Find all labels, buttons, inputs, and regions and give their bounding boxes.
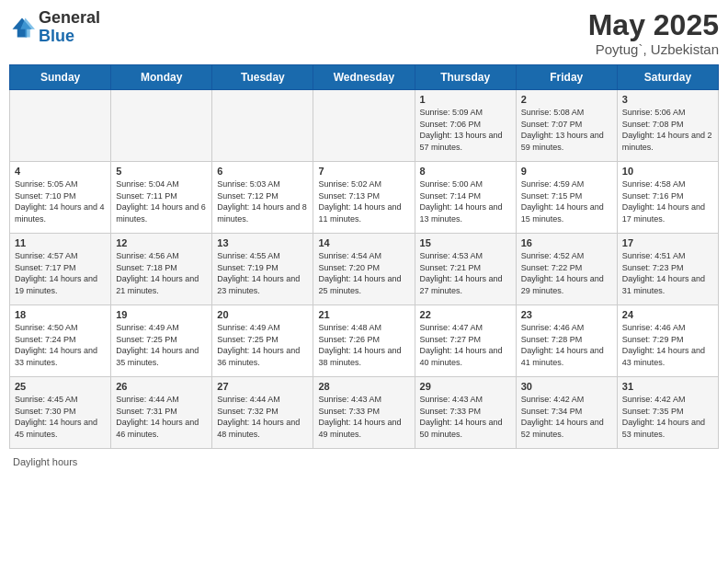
day-cell: 30Sunrise: 4:42 AMSunset: 7:34 PMDayligh… (516, 377, 617, 449)
day-cell: 8Sunrise: 5:00 AMSunset: 7:14 PMDaylight… (415, 162, 516, 234)
day-info: Sunrise: 4:46 AMSunset: 7:29 PMDaylight:… (622, 322, 713, 368)
week-row-3: 11Sunrise: 4:57 AMSunset: 7:17 PMDayligh… (10, 234, 719, 305)
day-number: 7 (318, 166, 409, 177)
day-number: 26 (116, 381, 207, 392)
day-cell: 5Sunrise: 5:04 AMSunset: 7:11 PMDaylight… (111, 162, 212, 234)
day-number: 25 (15, 381, 106, 392)
day-cell: 14Sunrise: 4:54 AMSunset: 7:20 PMDayligh… (313, 234, 415, 305)
day-info: Sunrise: 4:44 AMSunset: 7:31 PMDaylight:… (116, 394, 207, 440)
day-cell: 16Sunrise: 4:52 AMSunset: 7:22 PMDayligh… (516, 234, 617, 305)
page-header: General Blue May 2025 Poytug`, Uzbekista… (9, 9, 719, 57)
col-header-tuesday: Tuesday (212, 65, 313, 90)
day-number: 18 (15, 309, 106, 320)
day-number: 24 (622, 309, 713, 320)
day-info: Sunrise: 4:42 AMSunset: 7:35 PMDaylight:… (622, 394, 713, 440)
day-cell: 21Sunrise: 4:48 AMSunset: 7:26 PMDayligh… (313, 305, 415, 377)
col-header-friday: Friday (516, 65, 617, 90)
day-number: 21 (318, 309, 409, 320)
col-header-wednesday: Wednesday (313, 65, 415, 90)
week-row-2: 4Sunrise: 5:05 AMSunset: 7:10 PMDaylight… (10, 162, 719, 234)
day-cell: 12Sunrise: 4:56 AMSunset: 7:18 PMDayligh… (111, 234, 212, 305)
day-info: Sunrise: 4:43 AMSunset: 7:33 PMDaylight:… (420, 394, 511, 440)
day-info: Sunrise: 4:43 AMSunset: 7:33 PMDaylight:… (318, 394, 409, 440)
day-cell: 3Sunrise: 5:06 AMSunset: 7:08 PMDaylight… (617, 90, 718, 162)
logo-icon (9, 15, 35, 40)
day-cell: 9Sunrise: 4:59 AMSunset: 7:15 PMDaylight… (516, 162, 617, 234)
logo-blue-text: Blue (39, 28, 100, 46)
day-info: Sunrise: 4:45 AMSunset: 7:30 PMDaylight:… (15, 394, 106, 440)
day-info: Sunrise: 4:54 AMSunset: 7:20 PMDaylight:… (318, 250, 409, 296)
day-cell: 27Sunrise: 4:44 AMSunset: 7:32 PMDayligh… (212, 377, 313, 449)
day-info: Sunrise: 4:46 AMSunset: 7:28 PMDaylight:… (521, 322, 612, 368)
day-info: Sunrise: 4:49 AMSunset: 7:25 PMDaylight:… (217, 322, 308, 368)
col-header-thursday: Thursday (415, 65, 516, 90)
day-info: Sunrise: 4:53 AMSunset: 7:21 PMDaylight:… (420, 250, 511, 296)
day-number: 28 (318, 381, 409, 392)
day-number: 19 (116, 309, 207, 320)
day-cell: 1Sunrise: 5:09 AMSunset: 7:06 PMDaylight… (415, 90, 516, 162)
day-info: Sunrise: 4:59 AMSunset: 7:15 PMDaylight:… (521, 178, 612, 224)
day-cell: 15Sunrise: 4:53 AMSunset: 7:21 PMDayligh… (415, 234, 516, 305)
location-title: Poytug`, Uzbekistan (588, 41, 719, 57)
day-number: 1 (420, 94, 511, 105)
day-number: 12 (116, 237, 207, 248)
day-number: 14 (318, 237, 409, 248)
week-row-5: 25Sunrise: 4:45 AMSunset: 7:30 PMDayligh… (10, 377, 719, 449)
week-row-4: 18Sunrise: 4:50 AMSunset: 7:24 PMDayligh… (10, 305, 719, 377)
calendar-header: SundayMondayTuesdayWednesdayThursdayFrid… (10, 65, 719, 90)
logo-general: General (39, 9, 100, 28)
day-cell: 2Sunrise: 5:08 AMSunset: 7:07 PMDaylight… (516, 90, 617, 162)
day-number: 31 (622, 381, 713, 392)
day-cell: 29Sunrise: 4:43 AMSunset: 7:33 PMDayligh… (415, 377, 516, 449)
col-header-saturday: Saturday (617, 65, 718, 90)
month-title: May 2025 (588, 9, 719, 41)
day-info: Sunrise: 4:50 AMSunset: 7:24 PMDaylight:… (15, 322, 106, 368)
day-cell: 6Sunrise: 5:03 AMSunset: 7:12 PMDaylight… (212, 162, 313, 234)
day-number: 5 (116, 166, 207, 177)
day-info: Sunrise: 4:55 AMSunset: 7:19 PMDaylight:… (217, 250, 308, 296)
calendar-body: 1Sunrise: 5:09 AMSunset: 7:06 PMDaylight… (10, 90, 719, 449)
day-number: 4 (15, 166, 106, 177)
day-number: 15 (420, 237, 511, 248)
day-cell (212, 90, 313, 162)
day-cell: 17Sunrise: 4:51 AMSunset: 7:23 PMDayligh… (617, 234, 718, 305)
day-number: 11 (15, 237, 106, 248)
day-number: 27 (217, 381, 308, 392)
day-info: Sunrise: 4:49 AMSunset: 7:25 PMDaylight:… (116, 322, 207, 368)
header-row: SundayMondayTuesdayWednesdayThursdayFrid… (10, 65, 719, 90)
day-info: Sunrise: 4:52 AMSunset: 7:22 PMDaylight:… (521, 250, 612, 296)
day-cell: 24Sunrise: 4:46 AMSunset: 7:29 PMDayligh… (617, 305, 718, 377)
day-cell: 13Sunrise: 4:55 AMSunset: 7:19 PMDayligh… (212, 234, 313, 305)
day-info: Sunrise: 5:04 AMSunset: 7:11 PMDaylight:… (116, 178, 207, 224)
day-info: Sunrise: 4:58 AMSunset: 7:16 PMDaylight:… (622, 178, 713, 224)
day-cell: 22Sunrise: 4:47 AMSunset: 7:27 PMDayligh… (415, 305, 516, 377)
col-header-sunday: Sunday (10, 65, 111, 90)
day-cell: 19Sunrise: 4:49 AMSunset: 7:25 PMDayligh… (111, 305, 212, 377)
day-cell: 20Sunrise: 4:49 AMSunset: 7:25 PMDayligh… (212, 305, 313, 377)
title-block: May 2025 Poytug`, Uzbekistan (588, 9, 719, 57)
day-info: Sunrise: 5:03 AMSunset: 7:12 PMDaylight:… (217, 178, 308, 224)
day-info: Sunrise: 5:05 AMSunset: 7:10 PMDaylight:… (15, 178, 106, 224)
day-info: Sunrise: 5:06 AMSunset: 7:08 PMDaylight:… (622, 107, 713, 153)
day-cell: 7Sunrise: 5:02 AMSunset: 7:13 PMDaylight… (313, 162, 415, 234)
day-cell (111, 90, 212, 162)
day-number: 22 (420, 309, 511, 320)
day-info: Sunrise: 4:44 AMSunset: 7:32 PMDaylight:… (217, 394, 308, 440)
day-cell: 18Sunrise: 4:50 AMSunset: 7:24 PMDayligh… (10, 305, 111, 377)
day-info: Sunrise: 4:51 AMSunset: 7:23 PMDaylight:… (622, 250, 713, 296)
week-row-1: 1Sunrise: 5:09 AMSunset: 7:06 PMDaylight… (10, 90, 719, 162)
day-number: 2 (521, 94, 612, 105)
day-number: 16 (521, 237, 612, 248)
day-cell: 28Sunrise: 4:43 AMSunset: 7:33 PMDayligh… (313, 377, 415, 449)
day-info: Sunrise: 5:08 AMSunset: 7:07 PMDaylight:… (521, 107, 612, 153)
day-number: 8 (420, 166, 511, 177)
day-cell: 4Sunrise: 5:05 AMSunset: 7:10 PMDaylight… (10, 162, 111, 234)
day-cell (313, 90, 415, 162)
day-number: 20 (217, 309, 308, 320)
daylight-label: Daylight hours (13, 456, 77, 467)
day-info: Sunrise: 5:02 AMSunset: 7:13 PMDaylight:… (318, 178, 409, 224)
day-number: 13 (217, 237, 308, 248)
day-cell (10, 90, 111, 162)
day-cell: 23Sunrise: 4:46 AMSunset: 7:28 PMDayligh… (516, 305, 617, 377)
day-number: 30 (521, 381, 612, 392)
